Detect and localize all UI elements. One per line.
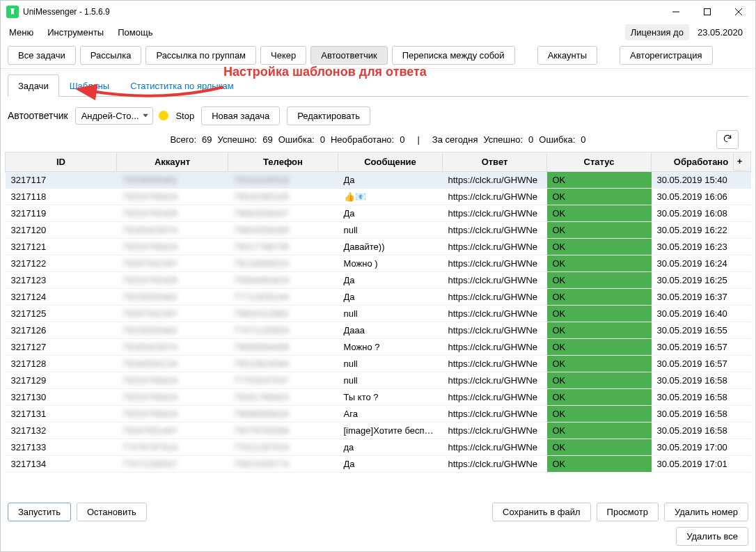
- btn-save-file[interactable]: Сохранить в файл: [492, 503, 591, 521]
- annotation-text: Настройка шаблонов для ответа: [223, 65, 427, 79]
- table-row[interactable]: 32171247925930046277712635144Даhttps://c…: [6, 289, 751, 306]
- cell-phone: 77021297029: [228, 439, 338, 456]
- col-message[interactable]: Сообщение: [338, 152, 443, 172]
- btn-view[interactable]: Просмотр: [597, 503, 659, 521]
- cell-id: 3217133: [6, 439, 117, 456]
- minimize-button[interactable]: [660, 1, 691, 23]
- cell-phone: 79600313982: [228, 306, 338, 322]
- stat-ok-label: Успешно:: [218, 134, 258, 145]
- cell-id: 3217118: [6, 189, 117, 205]
- table-row[interactable]: 32171187925375891879520385105👍📧https://c…: [6, 189, 751, 205]
- btn-checker[interactable]: Чекер: [260, 46, 306, 65]
- table-row[interactable]: 32171257926754239779600313982nullhttps:/…: [6, 306, 751, 322]
- btn-autoreg[interactable]: Авторегистрация: [620, 46, 712, 65]
- table-row[interactable]: 32171327928795149779379763068[image]Хоти…: [6, 423, 751, 439]
- col-status[interactable]: Статус: [547, 152, 652, 172]
- cell-answer: https://clck.ru/GHWNe: [443, 423, 547, 439]
- cell-date: 30.05.2019 16:06: [652, 189, 751, 205]
- menu-tools[interactable]: Инструменты: [47, 27, 104, 38]
- cell-message: да: [338, 439, 443, 456]
- cell-status: OK: [547, 339, 652, 356]
- btn-mailing[interactable]: Рассылка: [80, 46, 142, 65]
- cell-message: null: [338, 372, 443, 389]
- col-answer[interactable]: Ответ: [443, 152, 547, 172]
- cell-message: null: [338, 356, 443, 372]
- account-select[interactable]: Андрей-Сто...: [75, 107, 154, 125]
- cell-account: 79259300462: [117, 322, 228, 339]
- menu-bar: Меню Инструменты Помощь Лицензия до 23.0…: [1, 23, 755, 42]
- table-row[interactable]: 32171277926592907479698884488Можно ?http…: [6, 339, 751, 356]
- tab-tasks[interactable]: Задачи: [8, 74, 59, 97]
- stat-today-err-value: 0: [581, 134, 585, 145]
- btn-all-tasks[interactable]: Все задачи: [8, 46, 76, 65]
- table-row[interactable]: 32171297925375891877753537537nullhttps:/…: [6, 372, 751, 389]
- btn-selfchat[interactable]: Переписка между собой: [392, 46, 515, 65]
- cell-date: 30.05.2019 16:57: [652, 356, 751, 372]
- table-row[interactable]: 32171207926592907479604050099nullhttps:/…: [6, 222, 751, 239]
- btn-edit[interactable]: Редактировать: [287, 107, 370, 125]
- cell-message: null: [338, 306, 443, 322]
- cell-date: 30.05.2019 17:00: [652, 439, 751, 456]
- table-container: ID Аккаунт Телефон Сообщение Ответ Стату…: [5, 152, 751, 497]
- cell-answer: https://clck.ru/GHWNe: [443, 205, 547, 222]
- col-phone[interactable]: Телефон: [228, 152, 338, 172]
- cell-id: 3217125: [6, 306, 117, 322]
- cell-status: OK: [547, 423, 652, 439]
- cell-id: 3217122: [6, 255, 117, 272]
- table-row[interactable]: 32171317925375891879686666628Агаhttps://…: [6, 406, 751, 423]
- cell-status: OK: [547, 289, 652, 306]
- cell-message: Да: [338, 456, 443, 473]
- btn-accounts[interactable]: Аккаунты: [537, 46, 597, 65]
- stat-today-label: За сегодня: [432, 134, 478, 145]
- col-account[interactable]: Аккаунт: [117, 152, 228, 172]
- btn-start[interactable]: Запустить: [8, 503, 71, 521]
- chevron-down-icon: [143, 114, 148, 118]
- footer-bar: Запустить Остановить Сохранить в файл Пр…: [1, 497, 755, 551]
- btn-autoresponder[interactable]: Автоответчик: [310, 46, 387, 65]
- cell-answer: https://clck.ru/GHWNe: [443, 222, 547, 239]
- table-row[interactable]: 32171227926754239779218666533Можно )http…: [6, 255, 751, 272]
- tab-templates[interactable]: Шаблоны: [59, 74, 120, 97]
- menu-main[interactable]: Меню: [9, 27, 33, 38]
- table-row[interactable]: 32171267925930046277471105893Даааhttps:/…: [6, 322, 751, 339]
- stat-today-err-label: Ошибка:: [539, 134, 575, 145]
- task-toolbar: Автоответчик Андрей-Сто... Stop Новая за…: [1, 101, 755, 130]
- table-row[interactable]: 32171217925375891879017788736Давайте))ht…: [6, 239, 751, 255]
- btn-delete-all[interactable]: Удалить все: [676, 527, 748, 546]
- table-row[interactable]: 32171177925930046279316109320Даhttps://c…: [6, 172, 751, 189]
- cell-id: 3217127: [6, 339, 117, 356]
- refresh-button[interactable]: [716, 130, 739, 149]
- table-row[interactable]: 32171237925375040679994950829Даhttps://c…: [6, 272, 751, 289]
- cell-status: OK: [547, 322, 652, 339]
- stats-row: Всего: 69 Успешно: 69 Ошибка: 0 Необрабо…: [1, 130, 755, 149]
- table-row[interactable]: 32171347707220855779923339774Даhttps://c…: [6, 456, 751, 473]
- cell-answer: https://clck.ru/GHWNe: [443, 289, 547, 306]
- close-button[interactable]: [723, 1, 754, 23]
- stat-total-label: Всего:: [170, 134, 196, 145]
- btn-delete-number[interactable]: Удалить номер: [664, 503, 748, 521]
- btn-new-task[interactable]: Новая задача: [201, 107, 280, 125]
- status-dot-icon: [159, 111, 168, 120]
- cell-message: Можно ): [338, 255, 443, 272]
- table-row[interactable]: 32171287926059313479510624094nullhttps:/…: [6, 356, 751, 372]
- table-row[interactable]: 32171337747678781477021297029даhttps://c…: [6, 439, 751, 456]
- add-column-button[interactable]: +: [733, 152, 746, 171]
- cell-phone: 79017788736: [228, 239, 338, 255]
- stat-unproc-value: 0: [400, 134, 404, 145]
- table-row[interactable]: 32171197925375040679692000007Даhttps://c…: [6, 205, 751, 222]
- maximize-button[interactable]: [691, 1, 723, 23]
- btn-stop[interactable]: Остановить: [77, 503, 147, 521]
- section-title: Автоответчик: [8, 110, 68, 121]
- cell-status: OK: [547, 439, 652, 456]
- cell-status: OK: [547, 406, 652, 423]
- cell-phone: 77712635144: [228, 289, 338, 306]
- cell-answer: https://clck.ru/GHWNe: [443, 272, 547, 289]
- cell-account: 79287951497: [117, 423, 228, 439]
- col-id[interactable]: ID: [6, 152, 117, 172]
- menu-help[interactable]: Помощь: [118, 27, 152, 38]
- cell-answer: https://clck.ru/GHWNe: [443, 306, 547, 322]
- account-select-value: Андрей-Сто...: [81, 111, 139, 121]
- btn-group-mailing[interactable]: Рассылка по группам: [145, 46, 256, 65]
- cell-message: Ага: [338, 406, 443, 423]
- table-row[interactable]: 32171307925375891879261766403Ты кто ?htt…: [6, 389, 751, 406]
